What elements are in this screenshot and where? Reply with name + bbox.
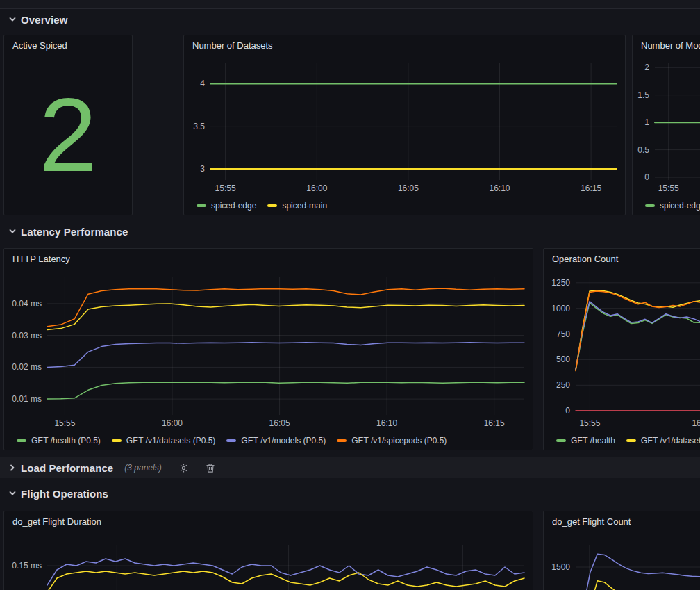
section-latency-performance[interactable]: Latency Performance (0, 221, 700, 242)
legend-label: GET /v1/spicepods (P0.5) (351, 436, 447, 445)
panel-do-get-flight-duration: do_get Flight Duration 0.15 ms (3, 511, 533, 590)
chart-legend: spiced-edgespiced-main (184, 197, 625, 215)
panel-title[interactable]: Operation Count (544, 249, 700, 268)
chart-legend: GET /healthGET /v1/datasets (544, 432, 700, 450)
legend-label: GET /health (571, 436, 615, 445)
panel-title[interactable]: HTTP Latency (4, 249, 533, 268)
stat-value: 2 (39, 83, 97, 187)
svg-text:0: 0 (644, 172, 649, 182)
legend-swatch (17, 439, 26, 442)
legend-item[interactable]: GET /health (P0.5) (17, 436, 101, 445)
flight-duration-chart[interactable]: 0.15 ms (4, 531, 533, 590)
legend-swatch (556, 439, 566, 442)
legend-item[interactable]: GET /v1/spicepods (P0.5) (337, 436, 447, 445)
panel-number-of-models: Number of Models 15:5500.511.52 spiced-e… (632, 35, 700, 215)
svg-text:0.5: 0.5 (638, 145, 649, 155)
legend-label: spiced-edge (211, 201, 256, 211)
svg-text:16:00: 16:00 (162, 418, 183, 428)
legend-label: spiced-main (282, 201, 327, 211)
svg-text:16:10: 16:10 (489, 183, 510, 193)
svg-text:1000: 1000 (551, 304, 570, 313)
svg-text:4: 4 (200, 79, 205, 88)
chevron-right-icon (8, 464, 17, 472)
legend-swatch (267, 204, 277, 207)
chevron-down-icon (8, 489, 17, 498)
legend-item[interactable]: GET /v1/datasets (P0.5) (112, 436, 216, 445)
svg-text:1.5: 1.5 (638, 90, 649, 100)
legend-swatch (226, 439, 236, 442)
http-latency-chart[interactable]: 15:5516:0016:0516:1016:150.01 ms0.02 ms0… (4, 268, 533, 432)
panel-title[interactable]: do_get Flight Duration (4, 511, 533, 531)
svg-text:15:55: 15:55 (658, 183, 679, 193)
flight-count-chart[interactable]: 1500 (544, 531, 700, 590)
legend-item[interactable]: GET /health (556, 436, 615, 445)
chevron-down-icon (8, 15, 17, 24)
panel-count-note: (3 panels) (124, 463, 161, 473)
section-title: Load Performance (21, 462, 113, 474)
chart-legend: spiced-edge (633, 197, 700, 215)
gear-icon[interactable] (178, 463, 189, 473)
legend-item[interactable]: spiced-edge (645, 201, 700, 211)
trash-icon[interactable] (206, 463, 215, 473)
svg-text:15:55: 15:55 (54, 418, 75, 428)
svg-text:3: 3 (200, 164, 205, 174)
section-load-performance[interactable]: Load Performance (3 panels) (0, 457, 700, 478)
chevron-down-icon (8, 227, 17, 236)
svg-text:1250: 1250 (551, 278, 570, 288)
svg-text:1: 1 (644, 117, 649, 127)
stat-value-container: 2 (4, 55, 132, 215)
legend-item[interactable]: spiced-edge (197, 201, 256, 211)
svg-text:0.02 ms: 0.02 ms (12, 362, 42, 372)
svg-text:16:05: 16:05 (269, 418, 290, 428)
legend-item[interactable]: GET /v1/models (P0.5) (226, 436, 326, 445)
panel-title[interactable]: Active Spiced (4, 35, 132, 55)
models-chart[interactable]: 15:5500.511.52 (633, 55, 700, 197)
svg-text:16:00: 16:00 (306, 183, 327, 193)
panel-title[interactable]: Number of Datasets (184, 35, 625, 55)
panel-http-latency: HTTP Latency 15:5516:0016:0516:1016:150.… (3, 248, 533, 450)
panel-title[interactable]: Number of Models (633, 35, 700, 55)
legend-label: GET /health (P0.5) (31, 436, 101, 445)
legend-label: GET /v1/datasets (641, 436, 700, 445)
legend-label: spiced-edge (660, 201, 700, 211)
svg-text:1500: 1500 (551, 562, 570, 572)
svg-text:250: 250 (556, 380, 570, 390)
legend-swatch (112, 439, 122, 442)
svg-text:0.15 ms: 0.15 ms (12, 561, 42, 571)
svg-text:16:15: 16:15 (581, 183, 601, 193)
operation-count-chart[interactable]: 15:5516:00025050075010001250 (544, 268, 700, 432)
svg-text:15:55: 15:55 (579, 418, 600, 428)
section-title: Flight Operations (21, 488, 108, 500)
legend-swatch (645, 204, 655, 207)
svg-text:16:15: 16:15 (484, 418, 505, 428)
legend-label: GET /v1/models (P0.5) (241, 436, 326, 445)
datasets-chart[interactable]: 15:5516:0016:0516:1016:1533.54 (184, 55, 625, 197)
top-bar (0, 0, 700, 9)
svg-text:16:10: 16:10 (376, 418, 397, 428)
legend-swatch (197, 204, 206, 207)
svg-text:0.04 ms: 0.04 ms (12, 299, 42, 309)
section-title: Overview (21, 14, 68, 26)
chart-legend: GET /health (P0.5)GET /v1/datasets (P0.5… (4, 432, 533, 450)
legend-item[interactable]: spiced-main (267, 201, 327, 211)
section-overview[interactable]: Overview (0, 9, 700, 30)
panel-do-get-flight-count: do_get Flight Count 1500 (543, 511, 700, 590)
legend-swatch (337, 439, 347, 442)
panel-active-spiced: Active Spiced 2 (3, 35, 133, 215)
panel-title[interactable]: do_get Flight Count (544, 511, 700, 531)
svg-text:500: 500 (556, 354, 570, 364)
panel-number-of-datasets: Number of Datasets 15:5516:0016:0516:101… (183, 35, 626, 215)
svg-text:0: 0 (565, 406, 570, 416)
legend-item[interactable]: GET /v1/datasets (626, 436, 700, 445)
section-flight-operations[interactable]: Flight Operations (0, 483, 700, 504)
panel-operation-count: Operation Count 15:5516:0002505007501000… (543, 248, 700, 450)
svg-text:3.5: 3.5 (193, 122, 205, 131)
svg-text:750: 750 (556, 329, 570, 339)
svg-text:16:00: 16:00 (692, 418, 700, 428)
svg-text:0.03 ms: 0.03 ms (12, 331, 42, 341)
legend-label: GET /v1/datasets (P0.5) (126, 436, 216, 445)
legend-swatch (626, 439, 636, 442)
svg-text:16:05: 16:05 (398, 183, 419, 193)
section-title: Latency Performance (21, 226, 128, 238)
svg-text:0.01 ms: 0.01 ms (12, 394, 42, 404)
